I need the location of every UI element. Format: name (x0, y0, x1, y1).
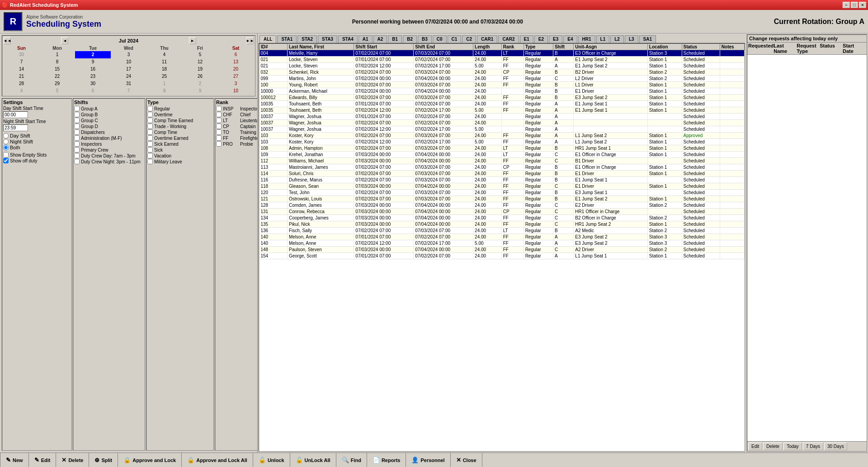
table-row[interactable]: 114Soluri, Chris07/02/2024 07:0007/03/20… (259, 171, 745, 177)
table-row[interactable]: 021Locke, Steven07/02/2024 12:0007/02/20… (259, 63, 745, 69)
cal-day-26[interactable]: 26 (182, 73, 218, 80)
cal-day-25[interactable]: 25 (146, 73, 182, 80)
rank-item-cp[interactable]: CPCaptain (216, 124, 257, 129)
shift-item-dcam[interactable]: Duty Crew Day: 7am - 3pm (74, 153, 144, 158)
type-item-ote[interactable]: Overtime Earned (147, 135, 212, 141)
cal-day-9[interactable]: 9 (75, 58, 111, 66)
cal-day-5[interactable]: 5 (39, 87, 75, 95)
personnel-button[interactable]: 👤Personnel (406, 453, 450, 467)
shift-checkbox-c[interactable] (74, 118, 80, 123)
tab-sta1[interactable]: STA1 (277, 35, 297, 43)
tab-a2[interactable]: A2 (373, 35, 387, 43)
tab-e2[interactable]: E2 (534, 35, 548, 43)
type-item-ot[interactable]: Overtime (147, 112, 212, 117)
rank-item-lt[interactable]: LTLieutentant (216, 118, 257, 123)
cal-day-17[interactable]: 17 (111, 66, 146, 73)
shift-checkbox-b[interactable] (74, 112, 80, 117)
shift-item-insp[interactable]: Inspectors (74, 141, 144, 147)
table-row[interactable]: 10037Wagner, Joshua07/02/2024 12:0007/02… (259, 126, 745, 133)
type-checkbox-ote[interactable] (147, 135, 153, 141)
cr-7days-button[interactable]: 7 Days (803, 443, 823, 450)
table-row[interactable]: 120Test, John07/02/2024 07:0007/03/2024 … (259, 190, 745, 196)
type-item-ct[interactable]: Comp Time (147, 129, 212, 135)
table-row[interactable]: 10035Touhsaent, Beth07/01/2024 07:0007/0… (259, 101, 745, 107)
tab-e1[interactable]: E1 (520, 35, 533, 43)
cal-day-5[interactable]: 5 (182, 51, 218, 58)
rank-checkbox-pro[interactable] (216, 141, 222, 147)
show-empty-slots-checkbox[interactable] (3, 152, 9, 157)
cal-day-16[interactable]: 16 (75, 66, 111, 73)
unlock-all-button[interactable]: 🔓UnLock All (290, 453, 336, 467)
tab-sta3[interactable]: STA3 (318, 35, 337, 43)
tab-c2[interactable]: C2 (462, 35, 476, 43)
shift-checkbox-a[interactable] (74, 106, 80, 111)
tab-l2[interactable]: L2 (610, 35, 624, 43)
shift-item-disp[interactable]: Dispatchers (74, 129, 144, 135)
cal-prev-prev-button[interactable]: ◄◄ (4, 37, 11, 44)
cal-day-27[interactable]: 27 (218, 73, 254, 80)
col-header-unit-asgn[interactable]: Unit-Asgn (574, 44, 648, 50)
cal-day-10[interactable]: 10 (218, 87, 254, 95)
tab-c1[interactable]: C1 (448, 35, 462, 43)
type-checkbox-ml[interactable] (147, 159, 153, 164)
rank-item-pro[interactable]: PROProbie (216, 141, 257, 147)
rank-checkbox-lt[interactable] (216, 118, 222, 123)
cal-day-15[interactable]: 15 (39, 66, 75, 73)
shift-item-adm[interactable]: Administration (M-F) (74, 135, 144, 141)
rank-item-ff[interactable]: FFFirefighter (216, 135, 257, 141)
table-row[interactable]: 108Admin, Hampton07/02/2024 07:0007/03/2… (259, 145, 745, 152)
cal-day-8[interactable]: 8 (146, 87, 182, 95)
cal-day-22[interactable]: 22 (39, 73, 75, 80)
table-row[interactable]: 10037Wagner, Joshua07/01/2024 07:0007/02… (259, 114, 745, 120)
tab-l1[interactable]: L1 (596, 35, 610, 43)
cr-today-button[interactable]: Today (783, 443, 802, 450)
table-row[interactable]: 103Koster, Kory07/02/2024 12:0007/02/202… (259, 139, 745, 145)
table-row[interactable]: 004Melville, Harry07/02/2024 07:0007/03/… (259, 50, 745, 57)
col-header-location[interactable]: Location (647, 44, 682, 50)
cal-day-30[interactable]: 30 (75, 80, 111, 87)
table-row[interactable]: 113Mastroianni, James07/02/2024 07:0007/… (259, 164, 745, 171)
cr-delete-button[interactable]: Delete (763, 443, 783, 450)
cal-day-4[interactable]: 4 (4, 87, 39, 95)
night-shift-radio[interactable] (3, 139, 9, 144)
cal-day-7[interactable]: 7 (4, 58, 39, 66)
tab-e3[interactable]: E3 (549, 35, 562, 43)
cal-day-1[interactable]: 1 (146, 80, 182, 87)
tab-b3[interactable]: B3 (418, 35, 432, 43)
type-checkbox-sick[interactable] (147, 147, 153, 152)
cal-day-3[interactable]: 3 (218, 80, 254, 87)
shift-item-b[interactable]: Group B (74, 112, 144, 117)
type-item-tw[interactable]: Trade - Working (147, 124, 212, 129)
cal-day-24[interactable]: 24 (111, 73, 146, 80)
table-row[interactable]: 134Cooperberg, James07/03/2024 00:0007/0… (259, 215, 745, 221)
tab-car2[interactable]: CAR2 (498, 35, 519, 43)
close-title-button[interactable]: × (859, 2, 866, 8)
type-checkbox-vac[interactable] (147, 153, 153, 158)
cal-day-10[interactable]: 10 (111, 58, 146, 66)
cal-day-12[interactable]: 12 (182, 58, 218, 66)
cal-next-next-button[interactable]: ►► (246, 37, 254, 44)
table-row[interactable]: 100Young, Robert07/02/2024 07:0007/03/20… (259, 82, 745, 88)
tab-a1[interactable]: A1 (359, 35, 373, 43)
cal-day-2[interactable]: 2 (75, 51, 111, 58)
tab-sa1[interactable]: SA1 (639, 35, 656, 43)
cal-day-18[interactable]: 18 (146, 66, 182, 73)
cal-day-7[interactable]: 7 (111, 87, 146, 95)
cal-next-button[interactable]: ► (189, 37, 196, 44)
table-row[interactable]: 100012Edwards, Billy07/02/2024 07:0007/0… (259, 95, 745, 101)
col-header-notes[interactable]: Notes (720, 44, 744, 50)
find-button[interactable]: 🔍Find (336, 453, 367, 467)
cal-day-28[interactable]: 28 (4, 80, 39, 87)
maximize-button[interactable]: □ (851, 2, 858, 8)
table-row[interactable]: 103Koster, Kory07/02/2024 07:0007/03/202… (259, 133, 745, 139)
table-row[interactable]: 118Gleason, Sean07/03/2024 00:0007/04/20… (259, 183, 745, 190)
cal-day-8[interactable]: 8 (39, 58, 75, 66)
cal-day-9[interactable]: 9 (182, 87, 218, 95)
table-row[interactable]: 140Melson, Anne07/02/2024 12:0007/02/202… (259, 240, 745, 247)
table-row[interactable]: 154George, Scott07/01/2024 07:0007/02/20… (259, 253, 745, 259)
cal-day-30[interactable]: 30 (4, 51, 39, 58)
cal-prev-button[interactable]: ◄ (61, 37, 68, 44)
reports-button[interactable]: 📄Reports (367, 453, 406, 467)
delete-button[interactable]: ✕Delete (56, 453, 89, 467)
shift-checkbox-d[interactable] (74, 124, 80, 129)
